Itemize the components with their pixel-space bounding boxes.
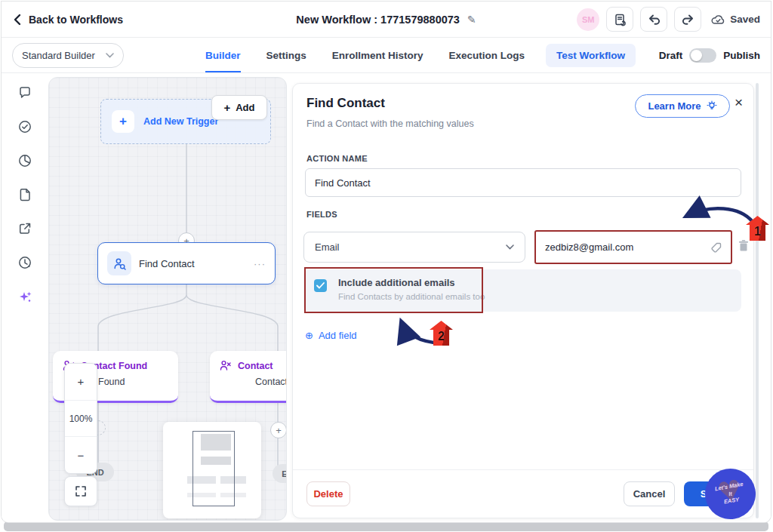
learn-more-label: Learn More — [648, 100, 701, 112]
external-link-icon[interactable] — [17, 221, 32, 236]
document-icon[interactable] — [17, 187, 32, 202]
check-circle-icon[interactable] — [17, 119, 32, 134]
action-name-input[interactable] — [305, 168, 741, 197]
publish-controls: Draft Publish — [659, 48, 760, 63]
back-label: Back to Workflows — [29, 14, 123, 26]
add-field-button[interactable]: ⊕ Add field — [305, 330, 357, 341]
tab-enrollment-history[interactable]: Enrollment History — [332, 38, 423, 72]
history-clock-icon[interactable] — [17, 255, 32, 270]
back-to-workflows-button[interactable]: Back to Workflows — [12, 14, 123, 26]
minimap[interactable] — [163, 422, 261, 518]
node-label: Find Contact — [139, 258, 195, 269]
comments-icon[interactable] — [17, 85, 32, 100]
back-chevron-icon — [12, 14, 23, 26]
edit-title-icon[interactable]: ✎ — [467, 14, 476, 26]
plus-icon: + — [112, 110, 134, 133]
delete-field-button[interactable] — [736, 238, 751, 257]
field-key-select[interactable]: Email — [303, 232, 525, 263]
annotation-box-1 — [534, 230, 732, 264]
tag-icon[interactable] — [710, 241, 731, 254]
builder-toolbar: Standard Builder Builder Settings Enroll… — [2, 38, 771, 73]
undo-button[interactable] — [640, 7, 667, 32]
fullscreen-button[interactable] — [64, 476, 97, 506]
expand-icon — [75, 485, 87, 497]
find-contact-node[interactable]: Find Contact ··· — [97, 242, 276, 284]
checkbox-label: Include additional emails — [338, 277, 455, 288]
builder-mode-select[interactable]: Standard Builder — [12, 43, 124, 68]
fields-label: FIELDS — [306, 210, 337, 219]
branch-subtitle: Found — [98, 377, 169, 387]
close-panel-icon[interactable]: × — [735, 95, 743, 109]
zoom-controls: + 100% − — [64, 363, 97, 474]
end-pill-right: EN — [273, 464, 287, 483]
minimap-viewport[interactable] — [192, 431, 235, 506]
person-x-icon — [219, 359, 232, 372]
zoom-in-button[interactable]: + — [65, 364, 97, 401]
publish-label: Publish — [723, 50, 760, 61]
add-button-label: Add — [236, 102, 254, 113]
redo-icon — [681, 13, 695, 26]
pie-chart-icon[interactable] — [17, 153, 32, 168]
zoom-out-button[interactable]: − — [65, 437, 97, 473]
window-bottom-shadow — [4, 521, 768, 531]
test-workflow-button[interactable]: Test Workflow — [546, 44, 636, 67]
include-additional-emails-row[interactable]: Include additional emails Find Contacts … — [303, 269, 741, 312]
workflow-title: New Workflow : 1771579880073 — [296, 14, 460, 26]
trigger-label: Add New Trigger — [143, 116, 218, 127]
builder-mode-value: Standard Builder — [22, 50, 95, 61]
branch-title: Contact — [238, 361, 273, 371]
clipboard-icon — [613, 13, 627, 26]
header-actions: SM — [577, 7, 760, 32]
avatar[interactable]: SM — [577, 8, 599, 31]
branch-subtitle: Contact N — [255, 377, 287, 387]
field-value-input[interactable] — [536, 241, 710, 253]
add-action-button[interactable]: + — [270, 422, 287, 438]
include-additional-emails-checkbox[interactable] — [314, 279, 327, 292]
app-window: Back to Workflows New Workflow : 1771579… — [2, 2, 771, 522]
toggle-knob — [691, 50, 702, 61]
undo-icon — [647, 13, 661, 26]
panel-subtitle: Find a Contact with the matching values — [306, 118, 474, 129]
add-circle-icon: ⊕ — [305, 330, 313, 341]
chevron-down-icon — [506, 244, 514, 250]
workflow-title-group: New Workflow : 1771579880073 ✎ — [296, 14, 476, 26]
panel-scrollbar[interactable] — [756, 83, 759, 518]
redo-button[interactable] — [674, 7, 701, 32]
node-menu-icon[interactable]: ··· — [254, 258, 266, 269]
publish-toggle[interactable] — [689, 48, 716, 63]
add-trigger-button[interactable]: + Add — [211, 95, 267, 120]
builder-tabs: Builder Settings Enrollment History Exec… — [205, 38, 525, 72]
action-settings-panel: Find Contact Find a Contact with the mat… — [292, 83, 754, 518]
tab-execution-logs[interactable]: Execution Logs — [449, 38, 525, 72]
main-area: + Add New Trigger + Add + Find Contact ·… — [2, 73, 771, 522]
left-icon-rail — [2, 73, 48, 522]
plus-icon: + — [223, 101, 230, 114]
bulb-icon — [707, 100, 717, 112]
checkbox-description: Find Contacts by additional emails too — [338, 292, 485, 301]
delete-button[interactable]: Delete — [306, 481, 350, 506]
saved-label: Saved — [730, 14, 760, 25]
panel-footer: Delete Cancel Save — [293, 469, 753, 518]
zoom-level: 100% — [65, 401, 97, 438]
learn-more-button[interactable]: Learn More — [635, 94, 730, 118]
workflow-notes-button[interactable] — [606, 7, 633, 32]
save-status: Saved — [711, 14, 760, 25]
tab-settings[interactable]: Settings — [266, 38, 306, 72]
workflow-canvas[interactable]: + Add New Trigger + Add + Find Contact ·… — [48, 77, 287, 521]
action-name-label: ACTION NAME — [306, 154, 368, 163]
trash-icon — [736, 238, 751, 254]
cloud-saved-icon — [711, 14, 725, 25]
chevron-down-icon — [106, 53, 114, 58]
check-icon — [316, 282, 325, 289]
ai-sparkles-icon[interactable] — [17, 289, 33, 305]
field-key-value: Email — [315, 241, 340, 253]
person-search-icon — [107, 251, 131, 275]
tab-builder[interactable]: Builder — [205, 38, 241, 72]
contact-not-found-branch-node[interactable]: Contact Contact N — [210, 351, 287, 403]
draft-label: Draft — [659, 50, 683, 61]
add-field-label: Add field — [319, 330, 357, 341]
panel-title: Find Contact — [306, 96, 385, 111]
plus-icon: + — [276, 425, 282, 436]
top-header: Back to Workflows New Workflow : 1771579… — [2, 2, 771, 38]
cancel-button[interactable]: Cancel — [624, 481, 675, 506]
